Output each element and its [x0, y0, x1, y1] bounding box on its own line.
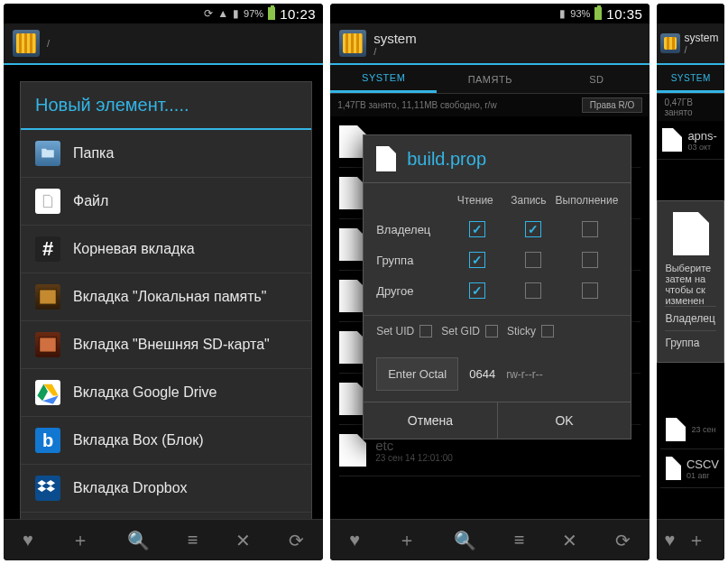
hash-icon: #	[35, 236, 60, 262]
ok-button[interactable]: OK	[498, 402, 631, 439]
reject-icon[interactable]: ✕	[235, 530, 251, 551]
app-header: system /	[330, 23, 650, 65]
flag-setuid[interactable]: Set UID	[376, 325, 432, 337]
permissions-dialog: build.prop Чтение Запись Выполнение Влад…	[363, 134, 631, 439]
local-storage-icon	[35, 284, 60, 310]
svg-rect-1	[40, 337, 57, 352]
header-path: /	[684, 44, 718, 55]
new-item-dialog: Новый элемент..... Папка Файл # Корневая…	[20, 81, 312, 560]
cancel-button[interactable]: Отмена	[364, 402, 498, 439]
add-icon[interactable]: ＋	[398, 528, 416, 552]
menu-item-local-memory[interactable]: Вкладка "Локальная память"	[21, 273, 311, 321]
file-date: 03 окт	[687, 143, 717, 152]
rights-toggle[interactable]: Права R/O	[582, 97, 643, 113]
app-header: /	[4, 23, 323, 65]
checkbox-group-read[interactable]	[469, 252, 485, 268]
row-other: Другое	[376, 284, 448, 298]
signal-icon: ▮	[559, 7, 566, 20]
refresh-icon[interactable]: ⟳	[289, 530, 304, 551]
menu-item-box[interactable]: b Вкладка Box (Блок)	[21, 417, 311, 465]
battery-percent: 97%	[244, 8, 263, 19]
app-icon	[13, 30, 40, 57]
sort-icon[interactable]: ≡	[514, 530, 525, 550]
reject-icon[interactable]: ✕	[562, 530, 577, 551]
tab-bar: SYSTEM	[657, 65, 724, 94]
sync-icon: ⟳	[204, 7, 213, 20]
sort-icon[interactable]: ≡	[188, 530, 198, 550]
col-write: Запись	[511, 194, 546, 207]
checkbox-owner-execute[interactable]	[582, 221, 598, 237]
add-icon[interactable]: ＋	[71, 528, 89, 552]
status-time: 10:35	[606, 6, 642, 22]
file-icon	[666, 418, 686, 441]
refresh-icon[interactable]: ⟳	[615, 530, 631, 551]
col-read: Чтение	[457, 194, 493, 207]
menu-item-label: Папка	[73, 145, 114, 162]
menu-item-sd-card[interactable]: Вкладка "Внешняя SD-карта"	[21, 321, 311, 369]
dialog-title: build.prop	[407, 149, 486, 170]
menu-item-label: Вкладка Box (Блок)	[73, 432, 204, 448]
bottom-toolbar: ♥ ＋ 🔍 ≡ ✕ ⟳	[330, 519, 650, 560]
flag-setgid[interactable]: Set GID	[441, 325, 498, 337]
storage-text: 0,47ГВ занято	[664, 97, 717, 117]
col-execute: Выполнение	[556, 194, 619, 207]
tab-memory[interactable]: ПАМЯТЬ	[437, 65, 543, 93]
app-icon	[660, 33, 680, 53]
checkbox-other-execute[interactable]	[582, 282, 598, 299]
file-date: 23 сен 14 12:01:00	[375, 453, 453, 463]
menu-item-label: Вкладка Dropbox	[73, 480, 188, 496]
wifi-icon: ▲	[217, 7, 228, 20]
checkbox-other-write[interactable]	[525, 282, 541, 299]
favorite-icon[interactable]: ♥	[23, 530, 33, 550]
menu-item-google-drive[interactable]: Вкладка Google Drive	[21, 369, 311, 417]
search-icon[interactable]: 🔍	[454, 530, 476, 551]
bottom-toolbar: ♥ ＋ 🔍 ≡ ✕ ⟳	[4, 519, 323, 560]
folder-icon	[35, 141, 60, 166]
search-icon[interactable]: 🔍	[127, 530, 150, 551]
menu-item-folder[interactable]: Папка	[21, 130, 311, 178]
row-owner: Владелец	[376, 223, 448, 236]
partial-dialog: Выберите затем на чтобы ск изменен Владе…	[657, 200, 724, 363]
enter-octal-button[interactable]: Enter Octal	[376, 357, 458, 391]
file-date: 01 авг	[687, 471, 719, 480]
file-icon	[666, 457, 681, 480]
battery-icon	[594, 7, 602, 20]
checkbox-other-read[interactable]	[469, 282, 485, 299]
menu-item-dropbox[interactable]: Вкладка Dropbox	[21, 465, 311, 513]
storage-info: 1,47ГВ занято, 11,11МВ свободно, r/w Пра…	[330, 94, 650, 116]
app-icon	[339, 30, 366, 57]
menu-item-label: Вкладка Google Drive	[73, 384, 217, 401]
row-group: Группа	[376, 254, 448, 267]
storage-info: 0,47ГВ занято	[657, 94, 724, 121]
menu-item-file[interactable]: Файл	[21, 178, 311, 226]
file-date: 23 сен	[691, 425, 715, 434]
file-icon	[662, 128, 682, 152]
checkbox-owner-write[interactable]	[525, 221, 541, 237]
file-row[interactable]: 23 сен	[660, 411, 724, 449]
octal-value: 0644	[469, 367, 495, 381]
tab-system[interactable]: SYSTEM	[657, 65, 724, 93]
tab-sd[interactable]: SD	[543, 65, 650, 93]
file-row[interactable]: apns- 03 окт	[657, 121, 724, 160]
file-icon	[673, 212, 709, 255]
header-path: /	[373, 46, 417, 57]
flag-sticky[interactable]: Sticky	[507, 325, 554, 337]
favorite-icon[interactable]: ♥	[664, 530, 675, 550]
checkbox-group-write[interactable]	[525, 252, 541, 268]
row-owner: Владелец	[665, 306, 716, 330]
file-row[interactable]: CSCV 01 авг	[660, 449, 724, 488]
menu-item-root-tab[interactable]: # Корневая вкладка	[21, 226, 311, 273]
bottom-toolbar: ♥ ＋	[657, 519, 724, 560]
favorite-icon[interactable]: ♥	[349, 530, 360, 550]
header-title: system	[373, 31, 417, 46]
checkbox-group-execute[interactable]	[582, 252, 598, 268]
menu-item-label: Корневая вкладка	[73, 241, 195, 257]
svg-marker-4	[42, 396, 58, 404]
checkbox-owner-read[interactable]	[469, 221, 485, 237]
dropbox-icon	[35, 476, 60, 501]
file-icon	[35, 189, 60, 214]
tab-system[interactable]: SYSTEM	[330, 65, 437, 93]
svg-rect-0	[40, 290, 57, 304]
status-bar: ▮ 93% 10:35	[330, 4, 650, 23]
add-icon[interactable]: ＋	[687, 528, 705, 552]
